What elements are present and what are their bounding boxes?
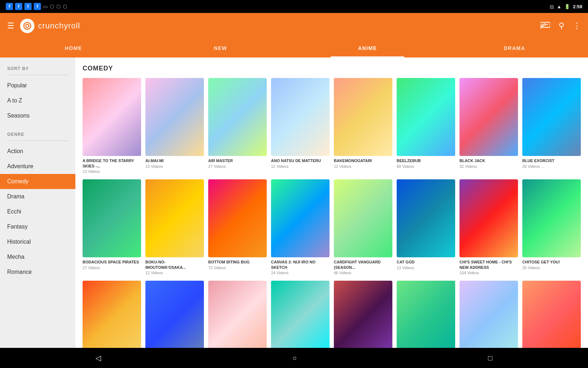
card-subtitle-ano-natsu: 12 Videos: [271, 164, 330, 169]
card-subtitle-blue-exorcist: 26 Videos ...: [522, 164, 581, 169]
nav-tabs: HOME NEW ANIME DRAMA: [0, 39, 588, 58]
sidebar-item-seasons[interactable]: Seasons: [0, 108, 75, 123]
card-chitose[interactable]: CHITOSE GET YOU! 26 Videos: [522, 179, 581, 275]
card-r3-2[interactable]: [145, 281, 204, 348]
sidebar-item-historical[interactable]: Historical: [0, 234, 75, 249]
card-subtitle-chis-sweet: 104 Videos: [459, 271, 518, 275]
fb-icon-4: f: [34, 3, 41, 10]
card-title-ai-mai-mi: AI-MAI-MI: [145, 158, 204, 163]
card-title-cat-god: CAT GOD: [397, 259, 455, 264]
card-thumb-r3-6: [397, 281, 455, 348]
more-options-icon[interactable]: ⋮: [573, 21, 581, 31]
card-thumb-r3-4: [271, 281, 330, 348]
card-thumb-air-master: [208, 78, 267, 156]
sidebar-item-fantasy[interactable]: Fantasy: [0, 219, 75, 234]
genre-divider: [7, 141, 68, 141]
card-bakemonogatari[interactable]: BAKEMONOGATARI 12 Videos: [334, 78, 392, 174]
card-title-cardfight: CARDFIGHT VANGUARD (SEASON...: [334, 259, 392, 270]
sidebar-item-atoz[interactable]: A to Z: [0, 93, 75, 108]
hamburger-icon[interactable]: ☰: [7, 21, 14, 31]
card-title-beelzebub: BEELZEBUB: [397, 158, 455, 163]
card-subtitle-cardfight: 66 Videos: [334, 271, 392, 275]
tab-new[interactable]: NEW: [147, 39, 294, 58]
sidebar-item-ecchi[interactable]: Ecchi: [0, 204, 75, 219]
card-thumb-boku-no: [145, 179, 204, 257]
search-icon[interactable]: ⚲: [559, 21, 564, 31]
card-ai-mai-mi[interactable]: AI-MAI-MI 13 Videos: [145, 78, 204, 174]
sidebar-item-drama[interactable]: Drama: [0, 189, 75, 204]
sidebar-item-action[interactable]: Action: [0, 144, 75, 159]
cast-icon[interactable]: [541, 21, 550, 31]
card-thumb-r3-5: [334, 281, 392, 348]
home-button[interactable]: ○: [292, 354, 297, 362]
tab-anime[interactable]: ANIME: [294, 39, 441, 58]
card-title-blue-exorcist: BLUE EXORCIST: [522, 158, 581, 163]
card-black-jack[interactable]: BLACK JACK 32 Videos: [459, 78, 518, 174]
card-bodacious[interactable]: BODACIOUS SPACE PIRATES 27 Videos: [83, 179, 141, 275]
card-subtitle-bridge: 13 Videos: [83, 169, 141, 174]
sidebar-item-comedy[interactable]: Comedy: [0, 174, 75, 189]
logo-circle: [20, 19, 34, 33]
card-blue-exorcist[interactable]: BLUE EXORCIST 26 Videos ...: [522, 78, 581, 174]
card-title-bridge: A BRIDGE TO THE STARRY SKIES -...: [83, 158, 141, 169]
android-icon-2: ⬡: [56, 4, 61, 9]
card-ano-natsu[interactable]: ANO NATSU DE MATTERU 12 Videos: [271, 78, 330, 174]
recents-button[interactable]: □: [488, 354, 492, 362]
back-button[interactable]: ◁: [95, 354, 101, 362]
app-bar-actions: ⚲ ⋮: [541, 21, 581, 31]
card-bridge[interactable]: A BRIDGE TO THE STARRY SKIES -... 13 Vid…: [83, 78, 141, 174]
card-subtitle-bodacious: 27 Videos: [83, 266, 141, 270]
app-bar: ☰ crunchyroll ⚲ ⋮: [0, 13, 588, 39]
sort-by-label: SORT BY: [0, 63, 75, 73]
card-cat-god[interactable]: CAT GOD 13 Videos: [397, 179, 455, 275]
card-beelzebub[interactable]: BEELZEBUB 60 Videos: [397, 78, 455, 174]
sidebar-item-popular[interactable]: Popular: [0, 78, 75, 93]
sidebar-item-adventure[interactable]: Adventure: [0, 159, 75, 174]
card-title-bottom-biting: BOTTOM BITING BUG: [208, 259, 267, 264]
card-r3-3[interactable]: [208, 281, 267, 348]
card-subtitle-beelzebub: 60 Videos: [397, 164, 455, 169]
tablet-icon: ▭: [43, 4, 48, 9]
card-cardfight[interactable]: CARDFIGHT VANGUARD (SEASON... 66 Videos: [334, 179, 392, 275]
card-title-black-jack: BLACK JACK: [459, 158, 518, 163]
card-thumb-black-jack: [459, 78, 518, 156]
card-thumb-canvas2: [271, 179, 330, 257]
card-bottom-biting[interactable]: BOTTOM BITING BUG 72 Videos: [208, 179, 267, 275]
card-r3-5[interactable]: [334, 281, 392, 348]
logo-container[interactable]: crunchyroll: [20, 19, 80, 33]
fb-icon-2: f: [15, 3, 22, 10]
tab-home[interactable]: HOME: [0, 39, 147, 58]
card-title-ano-natsu: ANO NATSU DE MATTERU: [271, 158, 330, 163]
card-air-master[interactable]: AIR MASTER 27 Videos: [208, 78, 267, 174]
svg-point-2: [26, 25, 28, 27]
crunchyroll-logo-icon: [22, 21, 32, 31]
android-icon-3: ⬡: [63, 4, 67, 9]
card-r3-6[interactable]: [397, 281, 455, 348]
grid-row-2: BODACIOUS SPACE PIRATES 27 Videos BOKU-N…: [83, 179, 581, 275]
card-canvas2[interactable]: CANVAS 2: NIJI IRO NO SKETCH 24 Videos: [271, 179, 330, 275]
bottom-nav: ◁ ○ □: [0, 348, 588, 368]
card-thumb-blue-exorcist: [522, 78, 581, 156]
section-title: COMEDY: [83, 65, 581, 72]
card-title-canvas2: CANVAS 2: NIJI IRO NO SKETCH: [271, 259, 330, 270]
card-r3-4[interactable]: [271, 281, 330, 348]
svg-point-4: [541, 28, 541, 29]
tab-drama[interactable]: DRAMA: [441, 39, 588, 58]
card-boku-no[interactable]: BOKU-NO-IMOUTOWA'OSAKA... 12 Videos: [145, 179, 204, 275]
card-r3-1[interactable]: [83, 281, 141, 348]
card-thumb-cardfight: [334, 179, 392, 257]
sidebar-item-mecha[interactable]: Mecha: [0, 249, 75, 264]
status-bar: f f f f ▭ ⬡ ⬡ ⬡ ▨ ▲ 🔋 2:59: [0, 0, 588, 13]
card-subtitle-chitose: 26 Videos: [522, 266, 581, 270]
wifi-icon: ▲: [557, 4, 561, 9]
card-chis-sweet[interactable]: CHI'S SWEET HOME - CHI'S NEW ADDRESS 104…: [459, 179, 518, 275]
card-r3-8[interactable]: [522, 281, 581, 348]
grid-row-1: A BRIDGE TO THE STARRY SKIES -... 13 Vid…: [83, 78, 581, 174]
sidebar-item-romance[interactable]: Romance: [0, 264, 75, 280]
sim-icon: ▨: [550, 4, 554, 9]
main-content: SORT BY Popular A to Z Seasons GENRE Act…: [0, 58, 588, 348]
status-time: 2:59: [573, 4, 582, 9]
card-r3-7[interactable]: [459, 281, 518, 348]
card-subtitle-air-master: 27 Videos: [208, 164, 267, 169]
android-icon-1: ⬡: [50, 4, 54, 9]
